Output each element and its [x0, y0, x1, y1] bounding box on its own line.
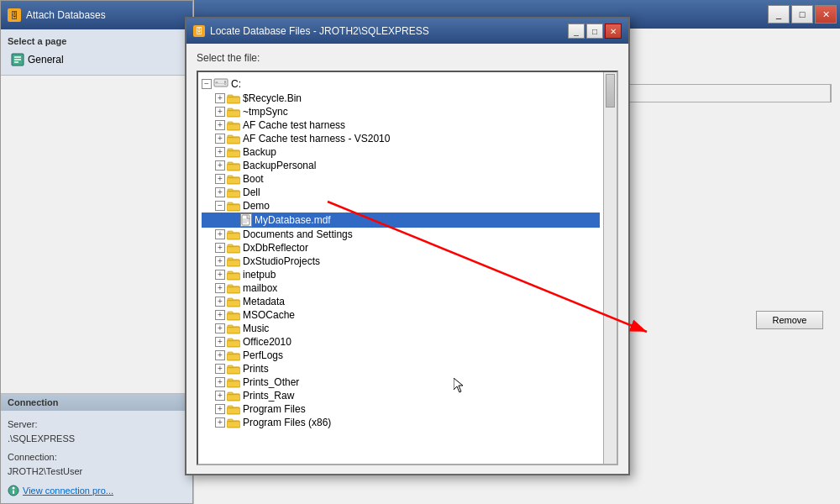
folder-icon: [227, 228, 240, 240]
tree-item[interactable]: + inetpub: [202, 268, 600, 281]
dialog-maximize-button[interactable]: □: [586, 24, 603, 39]
svg-rect-15: [228, 108, 233, 111]
svg-rect-22: [227, 137, 240, 143]
file-tree: − C:+ $Recycle.Bin+ ~tmpSync+ AF Cache t…: [198, 72, 617, 464]
tree-expander[interactable]: +: [215, 377, 225, 387]
svg-rect-73: [228, 365, 233, 368]
tree-item[interactable]: + Office2010: [202, 335, 600, 349]
tree-item[interactable]: + DxStudioProjects: [202, 255, 600, 268]
svg-rect-86: [227, 421, 240, 427]
tree-item[interactable]: + Music: [202, 322, 600, 335]
svg-rect-8: [224, 81, 226, 85]
tree-expander[interactable]: +: [215, 283, 225, 293]
tree-item[interactable]: + Backup: [202, 145, 600, 159]
tree-expander[interactable]: +: [215, 391, 225, 401]
tree-item-label: MSOCache: [243, 309, 295, 321]
folder-icon: [227, 417, 240, 428]
tree-expander[interactable]: +: [215, 134, 225, 144]
tree-item[interactable]: + DxDbReflector: [202, 241, 600, 255]
tree-item[interactable]: + AF Cache test harness: [202, 118, 600, 132]
tree-item[interactable]: + Program Files (x86): [202, 416, 600, 429]
tree-expander[interactable]: [228, 213, 240, 227]
minimize-window-button[interactable]: _: [768, 5, 790, 24]
folder-icon: [227, 242, 240, 254]
svg-rect-64: [228, 325, 233, 328]
tree-expander[interactable]: +: [215, 417, 225, 428]
folder-icon: [227, 323, 240, 334]
tree-item[interactable]: + $Recycle.Bin: [202, 92, 600, 105]
tree-item[interactable]: + Program Files: [202, 402, 600, 416]
tree-item[interactable]: − Demo: [202, 199, 600, 213]
tree-item[interactable]: MyDatabase.mdf: [202, 213, 600, 228]
tree-item[interactable]: + Prints_Other: [202, 375, 600, 389]
view-connection-link[interactable]: View connection pro...: [8, 485, 186, 496]
tree-expander[interactable]: +: [215, 160, 225, 171]
tree-item-label: MyDatabase.mdf: [255, 214, 331, 226]
maximize-window-button[interactable]: □: [791, 5, 813, 24]
dialog-close-button[interactable]: ✕: [605, 24, 622, 39]
tree-expander[interactable]: +: [215, 256, 225, 266]
tree-expander[interactable]: −: [215, 201, 225, 211]
tree-item-label: mailbox: [243, 282, 277, 294]
tree-expander[interactable]: +: [215, 187, 225, 197]
tree-expander[interactable]: +: [215, 243, 225, 253]
tree-expander[interactable]: +: [215, 350, 225, 360]
tree-item[interactable]: + mailbox: [202, 281, 600, 295]
tree-expander[interactable]: −: [202, 79, 212, 89]
tree-expander[interactable]: +: [215, 270, 225, 280]
tree-item[interactable]: + Metadata: [202, 295, 600, 308]
svg-rect-68: [227, 340, 240, 346]
tree-item[interactable]: + Prints: [202, 362, 600, 375]
drive-icon: [213, 76, 228, 91]
remove-button[interactable]: Remove: [756, 311, 823, 329]
tree-item-label: BackupPersonal: [243, 160, 316, 171]
tree-item[interactable]: + Prints_Raw: [202, 389, 600, 402]
svg-rect-62: [227, 313, 240, 319]
tree-expander[interactable]: +: [215, 364, 225, 374]
tree-item[interactable]: + PerfLogs: [202, 349, 600, 362]
tree-item[interactable]: + Dell: [202, 186, 600, 199]
tree-item-label: DxDbReflector: [243, 242, 308, 254]
svg-rect-70: [228, 352, 233, 354]
svg-rect-61: [228, 312, 233, 314]
tree-expander[interactable]: +: [215, 310, 225, 320]
folder-icon: [227, 376, 240, 388]
tree-expander[interactable]: +: [215, 174, 225, 184]
tree-expander[interactable]: +: [215, 297, 225, 307]
tree-item[interactable]: + MSOCache: [202, 308, 600, 322]
tree-expander[interactable]: +: [215, 404, 225, 414]
folder-icon: [227, 403, 240, 415]
tree-item[interactable]: + Boot: [202, 172, 600, 186]
dialog-title-buttons: _ □ ✕: [568, 24, 622, 39]
svg-rect-18: [228, 122, 233, 124]
tree-expander[interactable]: +: [215, 323, 225, 333]
tree-expander[interactable]: +: [215, 337, 225, 347]
dialog-title-bar: 🗄 Locate Database Files - JROTH2\SQLEXPR…: [186, 18, 628, 44]
locate-database-dialog: 🗄 Locate Database Files - JROTH2\SQLEXPR…: [185, 17, 630, 475]
remove-button-area: Remove: [756, 311, 823, 329]
tree-expander[interactable]: +: [215, 229, 225, 239]
tree-expander[interactable]: +: [215, 107, 225, 117]
tree-item-label: C:: [231, 78, 241, 90]
main-title-bar: 🗄 Attach Databases: [1, 1, 192, 29]
tree-item[interactable]: + BackupPersonal: [202, 159, 600, 172]
tree-item[interactable]: + ~tmpSync: [202, 105, 600, 118]
tree-item[interactable]: + Documents and Settings: [202, 228, 600, 241]
tree-item[interactable]: + AF Cache test harness - VS2010: [202, 132, 600, 145]
scrollbar-thumb[interactable]: [606, 74, 615, 108]
folder-icon: [227, 309, 240, 321]
dialog-minimize-button[interactable]: _: [568, 24, 585, 39]
scrollbar[interactable]: [603, 72, 617, 464]
tree-expander[interactable]: +: [215, 147, 225, 157]
svg-rect-28: [227, 164, 240, 170]
svg-point-5: [13, 487, 15, 490]
tree-expander[interactable]: +: [215, 93, 225, 103]
tree-expander[interactable]: +: [215, 120, 225, 130]
folder-icon: [227, 173, 240, 185]
file-tree-container[interactable]: − C:+ $Recycle.Bin+ ~tmpSync+ AF Cache t…: [197, 71, 618, 465]
tree-item[interactable]: − C:: [202, 76, 600, 92]
window-controls: _ □ ✕: [764, 0, 840, 29]
close-window-button[interactable]: ✕: [815, 5, 837, 24]
general-page-item[interactable]: General: [8, 51, 186, 68]
svg-rect-55: [228, 285, 233, 287]
